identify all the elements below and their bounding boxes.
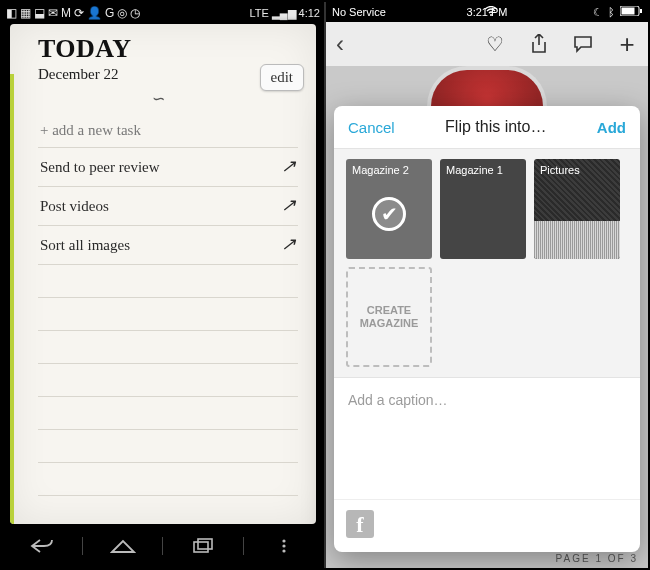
cancel-button[interactable]: Cancel bbox=[348, 119, 395, 136]
empty-line bbox=[38, 265, 298, 298]
grid-icon: ▦ bbox=[20, 7, 31, 19]
person-icon: 👤 bbox=[87, 7, 102, 19]
android-nav-bar bbox=[10, 528, 316, 564]
empty-line bbox=[38, 298, 298, 331]
task-arrow-icon: ↗ bbox=[281, 155, 296, 177]
svg-point-4 bbox=[282, 549, 285, 552]
android-phone: ◧ ▦ ⬓ ✉ M ⟳ 👤 G ◎ ◷ LTE ▂▄▆ 4:12 TODAY D… bbox=[2, 2, 326, 568]
android-status-bar: ◧ ▦ ⬓ ✉ M ⟳ 👤 G ◎ ◷ LTE ▂▄▆ 4:12 bbox=[2, 2, 324, 24]
magazine-tile[interactable]: Magazine 1 bbox=[440, 159, 526, 259]
network-type: LTE bbox=[249, 7, 268, 19]
sheet-footer: f bbox=[334, 499, 640, 552]
dropbox-icon: ⬓ bbox=[34, 7, 45, 19]
add-task-placeholder: + add a new task bbox=[40, 122, 141, 139]
divider-flourish: ∽ bbox=[18, 89, 302, 108]
task-arrow-icon: ↗ bbox=[281, 194, 296, 216]
task-row[interactable]: Send to peer review ↗ bbox=[38, 148, 298, 187]
magazine-label: Magazine 1 bbox=[440, 159, 526, 181]
empty-line bbox=[38, 397, 298, 430]
target-icon: ◎ bbox=[117, 7, 127, 19]
task-row[interactable]: Sort all images ↗ bbox=[38, 226, 298, 265]
heart-icon[interactable]: ♡ bbox=[484, 33, 506, 55]
note-title: TODAY bbox=[38, 34, 302, 64]
page-indicator: PAGE 1 OF 3 bbox=[556, 553, 638, 564]
task-text: Sort all images bbox=[40, 237, 130, 254]
svg-rect-1 bbox=[198, 539, 212, 549]
bg-header-actions: ♡ + bbox=[484, 33, 638, 55]
checkmark-icon: ✔ bbox=[372, 197, 406, 231]
ios-phone: No Service 3:21 PM ☾ ᛒ ‹ ♡ + PAGE 1 OF 3 bbox=[326, 2, 648, 568]
empty-line bbox=[38, 331, 298, 364]
task-arrow-icon: ↗ bbox=[281, 233, 296, 255]
sheet-header: Cancel Flip this into… Add bbox=[334, 106, 640, 149]
chat-icon: ✉ bbox=[48, 7, 58, 19]
empty-line bbox=[38, 364, 298, 397]
menu-button[interactable] bbox=[260, 533, 308, 559]
task-list: + add a new task Send to peer review ↗ P… bbox=[10, 108, 316, 496]
google-icon: G bbox=[105, 7, 114, 19]
edit-button[interactable]: edit bbox=[260, 64, 305, 91]
status-time: 4:12 bbox=[299, 7, 320, 19]
signal-icon: ▂▄▆ bbox=[272, 7, 296, 20]
magazine-tile-selected[interactable]: Magazine 2 ✔ bbox=[346, 159, 432, 259]
status-time: 3:21 PM bbox=[326, 6, 648, 18]
task-text: Post videos bbox=[40, 198, 109, 215]
network-icon: ◧ bbox=[6, 7, 17, 19]
recents-button[interactable] bbox=[179, 533, 227, 559]
mail-icon: M bbox=[61, 7, 71, 19]
back-chevron-icon[interactable]: ‹ bbox=[336, 30, 344, 58]
plus-icon[interactable]: + bbox=[616, 33, 638, 55]
comment-icon[interactable] bbox=[572, 33, 594, 55]
task-text: Send to peer review bbox=[40, 159, 160, 176]
sync-icon: ⟳ bbox=[74, 7, 84, 19]
bg-article-image bbox=[427, 66, 547, 106]
status-icons-right: LTE ▂▄▆ 4:12 bbox=[249, 7, 320, 20]
accent-edge bbox=[10, 74, 14, 524]
sheet-title: Flip this into… bbox=[445, 118, 546, 136]
note-header: TODAY December 22 edit ∽ bbox=[10, 24, 316, 108]
magazine-grid: Magazine 2 ✔ Magazine 1 Pictures CREATE … bbox=[334, 149, 640, 377]
magazine-label: Magazine 2 bbox=[346, 159, 432, 181]
back-button[interactable] bbox=[18, 533, 66, 559]
note-paper: TODAY December 22 edit ∽ + add a new tas… bbox=[10, 24, 316, 524]
ios-status-bar: No Service 3:21 PM ☾ ᛒ bbox=[326, 2, 648, 22]
empty-line bbox=[38, 463, 298, 496]
flip-sheet: Cancel Flip this into… Add Magazine 2 ✔ … bbox=[334, 106, 640, 552]
add-button[interactable]: Add bbox=[597, 119, 626, 136]
empty-line bbox=[38, 430, 298, 463]
svg-rect-0 bbox=[194, 542, 208, 552]
svg-point-3 bbox=[282, 544, 285, 547]
facebook-icon[interactable]: f bbox=[346, 510, 374, 538]
create-magazine-button[interactable]: CREATE MAGAZINE bbox=[346, 267, 432, 367]
create-magazine-label: CREATE MAGAZINE bbox=[348, 304, 430, 330]
svg-point-2 bbox=[282, 539, 285, 542]
status-icons-left: ◧ ▦ ⬓ ✉ M ⟳ 👤 G ◎ ◷ bbox=[6, 7, 140, 19]
task-row[interactable]: Post videos ↗ bbox=[38, 187, 298, 226]
clock-icon: ◷ bbox=[130, 7, 140, 19]
add-task-row[interactable]: + add a new task bbox=[38, 114, 298, 148]
home-button[interactable] bbox=[99, 533, 147, 559]
magazine-label: Pictures bbox=[534, 159, 620, 181]
bg-article-header: ‹ ♡ + bbox=[326, 22, 648, 66]
share-icon[interactable] bbox=[528, 33, 550, 55]
magazine-tile[interactable]: Pictures bbox=[534, 159, 620, 259]
caption-input[interactable]: Add a caption… bbox=[334, 377, 640, 422]
